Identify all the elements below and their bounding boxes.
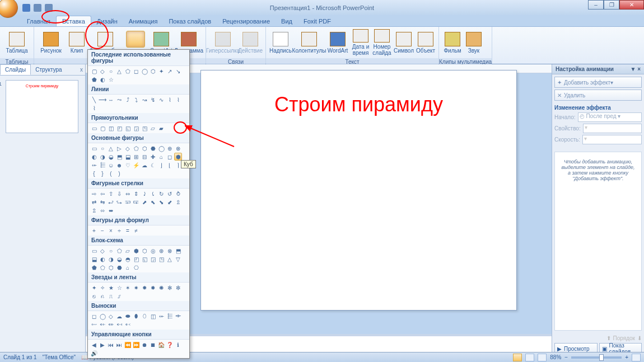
outline-tab[interactable]: Структура bbox=[31, 65, 66, 74]
shape-icon[interactable]: ✸ bbox=[141, 284, 148, 292]
shape-icon[interactable]: ⬒ bbox=[115, 153, 123, 161]
shape-icon[interactable]: △ bbox=[115, 67, 123, 75]
shape-icon[interactable]: ⇩ bbox=[115, 190, 123, 198]
object-button[interactable]: Объект bbox=[415, 28, 436, 57]
shape-icon[interactable]: ◇ bbox=[99, 67, 106, 75]
maximize-button[interactable]: ❐ bbox=[604, 0, 619, 10]
shape-icon[interactable]: ↺ bbox=[166, 190, 174, 198]
shape-icon[interactable]: ⬰ bbox=[157, 312, 165, 320]
shape-icon[interactable]: ∿ bbox=[157, 96, 165, 104]
shape-icon[interactable]: ⇬ bbox=[90, 206, 98, 214]
add-effect-button[interactable]: ✦ Добавить эффект ▾ bbox=[554, 77, 642, 88]
slides-panel-close[interactable]: x bbox=[80, 67, 83, 73]
shape-icon[interactable]: ◲ bbox=[132, 124, 140, 132]
prop-select[interactable]: ▾ bbox=[583, 124, 642, 133]
shape-icon[interactable]: ○ bbox=[107, 247, 115, 255]
shape-icon[interactable]: ◇ bbox=[107, 312, 115, 320]
shape-icon[interactable]: ⬒ bbox=[174, 247, 182, 255]
shape-icon[interactable]: ⬬ bbox=[124, 312, 132, 320]
shape-icon[interactable]: ⊕ bbox=[157, 247, 165, 255]
shape-icon[interactable]: ▰ bbox=[157, 124, 165, 132]
shape-icon[interactable]: ⤵ bbox=[132, 96, 140, 104]
shape-icon[interactable]: △ bbox=[107, 144, 115, 152]
shape-icon[interactable]: ⏹ bbox=[149, 341, 157, 349]
datetime-button[interactable]: Дата и время bbox=[350, 28, 371, 57]
shape-icon[interactable]: ⬠ bbox=[132, 144, 140, 152]
shape-icon[interactable]: ⎍ bbox=[107, 292, 115, 300]
shape-icon[interactable]: ⟶ bbox=[99, 96, 106, 104]
shape-icon[interactable]: ☺ bbox=[107, 161, 115, 169]
shape-icon[interactable]: ⥁ bbox=[174, 190, 182, 198]
shape-icon[interactable]: ⊕ bbox=[166, 144, 174, 152]
shape-icon[interactable]: ⬯ bbox=[141, 312, 148, 320]
shape-icon[interactable]: ⬓ bbox=[124, 153, 132, 161]
shape-icon[interactable]: ◯ bbox=[99, 312, 106, 320]
shape-icon[interactable]: ☁ bbox=[115, 312, 123, 320]
shape-icon[interactable]: ⌂ bbox=[157, 153, 165, 161]
slide-thumbnail-1[interactable]: 1 bbox=[6, 80, 80, 133]
table-button[interactable]: Таблица bbox=[2, 28, 31, 57]
shape-icon[interactable]: ⬓ bbox=[90, 255, 98, 263]
shape-icon[interactable]: + bbox=[90, 227, 98, 234]
shape-icon[interactable]: ⬣ bbox=[115, 264, 123, 271]
shapes-gallery-dropdown[interactable]: Последние использованные фигуры ▢◇○△⬠◻◯⬡… bbox=[87, 49, 190, 359]
shape-icon[interactable]: ( bbox=[107, 170, 115, 177]
shape-icon[interactable]: ⬷ bbox=[124, 321, 132, 328]
start-select[interactable]: ◴ После пред ▾ bbox=[578, 112, 642, 122]
fit-button[interactable] bbox=[632, 354, 641, 361]
shape-icon[interactable]: ☁ bbox=[141, 161, 148, 169]
shape-icon[interactable]: ⎔ bbox=[132, 264, 140, 271]
shape-icon[interactable]: ⬲ bbox=[174, 312, 182, 320]
shape-icon[interactable]: ⇆ bbox=[99, 198, 106, 206]
shape-icon[interactable]: ⌇ bbox=[166, 96, 174, 104]
shape-icon[interactable]: ⏭ bbox=[115, 341, 123, 349]
shape-icon[interactable]: ✚ bbox=[149, 153, 157, 161]
shape-icon[interactable]: ⬡ bbox=[141, 144, 148, 152]
shape-icon[interactable]: ▢ bbox=[99, 124, 106, 132]
redo-icon[interactable] bbox=[45, 4, 53, 12]
shape-icon[interactable]: = bbox=[124, 227, 132, 234]
shape-icon[interactable]: ⌊ bbox=[166, 161, 174, 169]
shape-icon[interactable]: − bbox=[99, 227, 106, 234]
shape-icon[interactable]: ▶ bbox=[99, 341, 106, 349]
shape-icon[interactable]: ↘ bbox=[174, 67, 182, 75]
shape-icon[interactable]: ◲ bbox=[149, 255, 157, 263]
tab-view[interactable]: Вид bbox=[276, 16, 298, 26]
shape-icon[interactable]: ☻ bbox=[115, 161, 123, 169]
zoom-value[interactable]: 88% bbox=[550, 354, 561, 360]
shape-icon[interactable]: ⏺ bbox=[141, 341, 148, 349]
shape-icon[interactable]: ⬡ bbox=[107, 264, 115, 271]
shape-icon[interactable]: ✼ bbox=[174, 284, 182, 292]
shape-icon[interactable]: × bbox=[107, 227, 115, 234]
shape-icon[interactable]: ⮑ bbox=[115, 198, 123, 206]
shape-icon[interactable]: ◱ bbox=[141, 255, 148, 263]
slide-title-text[interactable]: Строим пирамиду bbox=[274, 93, 443, 116]
shape-icon[interactable]: ✶ bbox=[124, 284, 132, 292]
minimize-button[interactable]: – bbox=[588, 0, 604, 10]
shape-icon[interactable]: ⤸ bbox=[141, 190, 148, 198]
shape-icon[interactable]: ⬱ bbox=[166, 312, 174, 320]
shape-icon[interactable]: ╲ bbox=[90, 96, 98, 104]
tab-slideshow[interactable]: Показ слайдов bbox=[163, 16, 217, 26]
shape-icon[interactable]: ◐ bbox=[99, 76, 106, 83]
shape-icon[interactable]: ↝ bbox=[141, 96, 148, 104]
shape-icon[interactable]: ◐ bbox=[90, 153, 98, 161]
shape-icon[interactable]: ▱ bbox=[124, 247, 132, 255]
shape-icon[interactable]: ⬣ bbox=[149, 144, 157, 152]
shape-icon[interactable]: ⌇ bbox=[90, 104, 98, 112]
shape-icon[interactable]: ◯ bbox=[141, 67, 148, 75]
shape-icon[interactable]: ◰ bbox=[115, 124, 123, 132]
wordart-button[interactable]: WordArt bbox=[325, 28, 350, 57]
action-button[interactable]: Действие bbox=[237, 28, 263, 57]
shape-icon[interactable]: ⇔ bbox=[124, 190, 132, 198]
shape-icon[interactable]: ◰ bbox=[132, 255, 140, 263]
slideshow-view-button[interactable] bbox=[538, 354, 547, 361]
shape-icon[interactable]: ◳ bbox=[141, 124, 148, 132]
symbol-button[interactable]: Символ bbox=[393, 28, 415, 57]
shape-icon[interactable]: ⮓ bbox=[132, 198, 140, 206]
shape-icon[interactable]: { bbox=[90, 170, 98, 177]
shape-icon[interactable]: ◀ bbox=[90, 341, 98, 349]
shape-icon[interactable]: 🏠 bbox=[157, 341, 165, 349]
shape-icon[interactable]: ⤴ bbox=[124, 96, 132, 104]
shape-icon[interactable]: ▭ bbox=[90, 247, 98, 255]
